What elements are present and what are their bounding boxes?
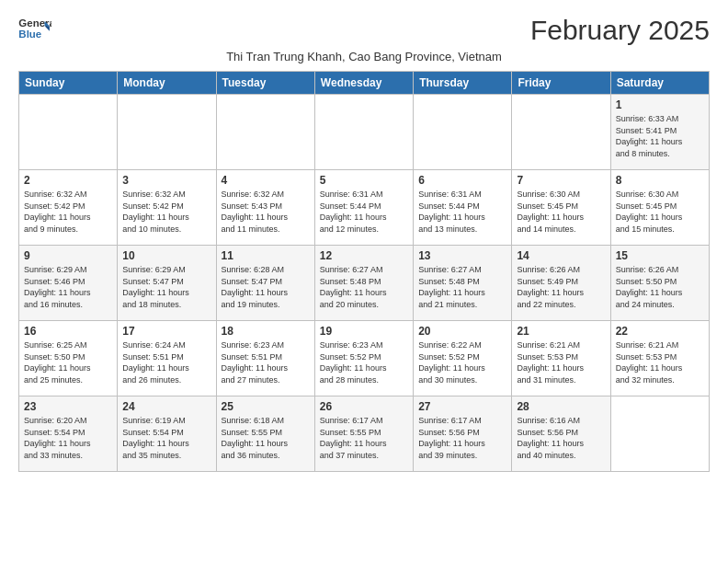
calendar-cell: 18Sunrise: 6:23 AM Sunset: 5:51 PM Dayli… — [216, 321, 314, 396]
day-number: 8 — [616, 174, 704, 187]
logo: General Blue — [18, 15, 51, 42]
svg-text:Blue: Blue — [18, 29, 41, 40]
calendar-cell: 25Sunrise: 6:18 AM Sunset: 5:55 PM Dayli… — [216, 396, 314, 472]
weekday-header-saturday: Saturday — [610, 72, 709, 95]
calendar-cell: 17Sunrise: 6:24 AM Sunset: 5:51 PM Dayli… — [118, 321, 216, 396]
subtitle: Thi Tran Trung Khanh, Cao Bang Province,… — [18, 50, 710, 63]
day-info: Sunrise: 6:32 AM Sunset: 5:42 PM Dayligh… — [122, 189, 210, 235]
day-info: Sunrise: 6:29 AM Sunset: 5:47 PM Dayligh… — [122, 264, 210, 310]
day-number: 22 — [616, 325, 704, 338]
calendar-cell: 26Sunrise: 6:17 AM Sunset: 5:55 PM Dayli… — [314, 396, 413, 472]
calendar-cell: 19Sunrise: 6:23 AM Sunset: 5:52 PM Dayli… — [314, 321, 413, 396]
day-number: 13 — [418, 249, 506, 262]
calendar-week-row: 9Sunrise: 6:29 AM Sunset: 5:46 PM Daylig… — [19, 246, 710, 321]
calendar-week-row: 23Sunrise: 6:20 AM Sunset: 5:54 PM Dayli… — [19, 396, 710, 472]
day-number: 17 — [122, 325, 210, 338]
day-info: Sunrise: 6:30 AM Sunset: 5:45 PM Dayligh… — [517, 189, 605, 235]
day-info: Sunrise: 6:20 AM Sunset: 5:54 PM Dayligh… — [24, 415, 112, 461]
calendar-cell: 6Sunrise: 6:31 AM Sunset: 5:44 PM Daylig… — [414, 170, 512, 246]
calendar-cell: 7Sunrise: 6:30 AM Sunset: 5:45 PM Daylig… — [512, 170, 610, 246]
calendar-cell: 27Sunrise: 6:17 AM Sunset: 5:56 PM Dayli… — [414, 396, 512, 472]
day-info: Sunrise: 6:27 AM Sunset: 5:48 PM Dayligh… — [320, 264, 408, 310]
calendar-cell: 10Sunrise: 6:29 AM Sunset: 5:47 PM Dayli… — [118, 246, 216, 321]
day-number: 16 — [24, 325, 112, 338]
calendar-week-row: 16Sunrise: 6:25 AM Sunset: 5:50 PM Dayli… — [19, 321, 710, 396]
calendar-cell: 21Sunrise: 6:21 AM Sunset: 5:53 PM Dayli… — [512, 321, 610, 396]
calendar-cell: 13Sunrise: 6:27 AM Sunset: 5:48 PM Dayli… — [414, 246, 512, 321]
day-info: Sunrise: 6:23 AM Sunset: 5:52 PM Dayligh… — [320, 339, 408, 385]
calendar-week-row: 2Sunrise: 6:32 AM Sunset: 5:42 PM Daylig… — [19, 170, 710, 246]
calendar-cell: 24Sunrise: 6:19 AM Sunset: 5:54 PM Dayli… — [118, 396, 216, 472]
calendar-cell: 1Sunrise: 6:33 AM Sunset: 5:41 PM Daylig… — [610, 95, 709, 170]
day-number: 27 — [418, 400, 506, 413]
calendar-cell — [414, 95, 512, 170]
logo-icon: General Blue — [18, 15, 51, 42]
day-number: 24 — [122, 400, 210, 413]
day-info: Sunrise: 6:33 AM Sunset: 5:41 PM Dayligh… — [616, 113, 704, 159]
day-number: 18 — [222, 325, 310, 338]
day-number: 15 — [616, 249, 704, 262]
day-number: 1 — [616, 98, 704, 111]
day-info: Sunrise: 6:28 AM Sunset: 5:47 PM Dayligh… — [222, 264, 310, 310]
day-number: 14 — [517, 249, 605, 262]
weekday-header-monday: Monday — [118, 72, 216, 95]
weekday-header-wednesday: Wednesday — [314, 72, 413, 95]
calendar-cell: 4Sunrise: 6:32 AM Sunset: 5:43 PM Daylig… — [216, 170, 314, 246]
day-info: Sunrise: 6:26 AM Sunset: 5:50 PM Dayligh… — [616, 264, 704, 310]
weekday-header-tuesday: Tuesday — [216, 72, 314, 95]
day-info: Sunrise: 6:27 AM Sunset: 5:48 PM Dayligh… — [418, 264, 506, 310]
calendar-cell — [118, 95, 216, 170]
calendar-header-row: SundayMondayTuesdayWednesdayThursdayFrid… — [19, 72, 710, 95]
day-number: 19 — [320, 325, 408, 338]
day-number: 10 — [122, 249, 210, 262]
calendar-cell: 16Sunrise: 6:25 AM Sunset: 5:50 PM Dayli… — [19, 321, 118, 396]
page-header: General Blue February 2025 — [18, 15, 710, 46]
calendar-cell: 8Sunrise: 6:30 AM Sunset: 5:45 PM Daylig… — [610, 170, 709, 246]
weekday-header-sunday: Sunday — [19, 72, 118, 95]
day-number: 6 — [418, 174, 506, 187]
day-info: Sunrise: 6:16 AM Sunset: 5:56 PM Dayligh… — [517, 415, 605, 461]
day-info: Sunrise: 6:31 AM Sunset: 5:44 PM Dayligh… — [320, 189, 408, 235]
calendar-cell: 28Sunrise: 6:16 AM Sunset: 5:56 PM Dayli… — [512, 396, 610, 472]
calendar-cell: 2Sunrise: 6:32 AM Sunset: 5:42 PM Daylig… — [19, 170, 118, 246]
day-number: 3 — [122, 174, 210, 187]
day-info: Sunrise: 6:19 AM Sunset: 5:54 PM Dayligh… — [122, 415, 210, 461]
day-info: Sunrise: 6:32 AM Sunset: 5:42 PM Dayligh… — [24, 189, 112, 235]
calendar-week-row: 1Sunrise: 6:33 AM Sunset: 5:41 PM Daylig… — [19, 95, 710, 170]
calendar-cell — [314, 95, 413, 170]
calendar-cell: 12Sunrise: 6:27 AM Sunset: 5:48 PM Dayli… — [314, 246, 413, 321]
day-info: Sunrise: 6:26 AM Sunset: 5:49 PM Dayligh… — [517, 264, 605, 310]
day-info: Sunrise: 6:21 AM Sunset: 5:53 PM Dayligh… — [616, 339, 704, 385]
day-info: Sunrise: 6:23 AM Sunset: 5:51 PM Dayligh… — [222, 339, 310, 385]
calendar-cell: 11Sunrise: 6:28 AM Sunset: 5:47 PM Dayli… — [216, 246, 314, 321]
calendar-cell — [512, 95, 610, 170]
month-title: February 2025 — [530, 15, 710, 46]
calendar-cell — [19, 95, 118, 170]
day-info: Sunrise: 6:25 AM Sunset: 5:50 PM Dayligh… — [24, 339, 112, 385]
day-info: Sunrise: 6:24 AM Sunset: 5:51 PM Dayligh… — [122, 339, 210, 385]
day-number: 4 — [222, 174, 310, 187]
day-number: 7 — [517, 174, 605, 187]
day-info: Sunrise: 6:31 AM Sunset: 5:44 PM Dayligh… — [418, 189, 506, 235]
calendar-cell: 15Sunrise: 6:26 AM Sunset: 5:50 PM Dayli… — [610, 246, 709, 321]
calendar-cell — [216, 95, 314, 170]
day-info: Sunrise: 6:30 AM Sunset: 5:45 PM Dayligh… — [616, 189, 704, 235]
calendar-cell: 3Sunrise: 6:32 AM Sunset: 5:42 PM Daylig… — [118, 170, 216, 246]
calendar-cell: 20Sunrise: 6:22 AM Sunset: 5:52 PM Dayli… — [414, 321, 512, 396]
day-number: 21 — [517, 325, 605, 338]
calendar-cell — [610, 396, 709, 472]
calendar-cell: 14Sunrise: 6:26 AM Sunset: 5:49 PM Dayli… — [512, 246, 610, 321]
day-number: 26 — [320, 400, 408, 413]
day-number: 12 — [320, 249, 408, 262]
day-number: 23 — [24, 400, 112, 413]
day-info: Sunrise: 6:29 AM Sunset: 5:46 PM Dayligh… — [24, 264, 112, 310]
weekday-header-thursday: Thursday — [414, 72, 512, 95]
calendar-cell: 23Sunrise: 6:20 AM Sunset: 5:54 PM Dayli… — [19, 396, 118, 472]
day-number: 28 — [517, 400, 605, 413]
day-number: 25 — [222, 400, 310, 413]
day-number: 20 — [418, 325, 506, 338]
day-info: Sunrise: 6:17 AM Sunset: 5:55 PM Dayligh… — [320, 415, 408, 461]
day-info: Sunrise: 6:17 AM Sunset: 5:56 PM Dayligh… — [418, 415, 506, 461]
day-info: Sunrise: 6:22 AM Sunset: 5:52 PM Dayligh… — [418, 339, 506, 385]
day-info: Sunrise: 6:21 AM Sunset: 5:53 PM Dayligh… — [517, 339, 605, 385]
